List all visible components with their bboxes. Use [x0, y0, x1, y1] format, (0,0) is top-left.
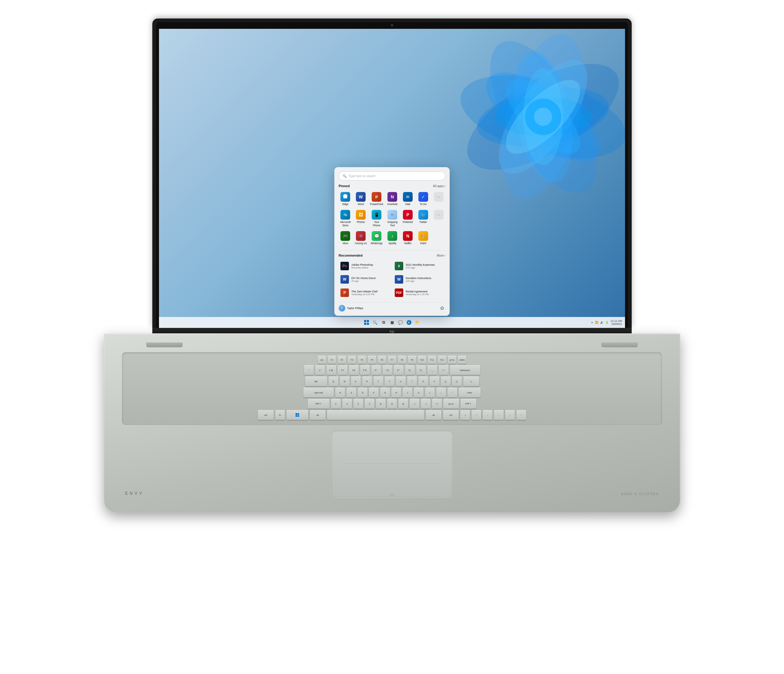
app-spotify[interactable]: ♪ Spotify: [386, 230, 399, 246]
key-1[interactable]: 1 !: [315, 365, 325, 375]
key-h[interactable]: H: [391, 388, 401, 398]
key-backslash[interactable]: \ |: [463, 376, 479, 386]
key-i[interactable]: I: [407, 376, 417, 386]
key-f3[interactable]: F3: [348, 356, 356, 364]
rec-adobe[interactable]: Ps Adobe Photoshop Recently added: [339, 260, 391, 272]
key-lctrl[interactable]: ctrl: [258, 410, 274, 420]
key-d[interactable]: D: [358, 388, 367, 398]
chevron-up-icon[interactable]: ∧: [591, 321, 593, 324]
key-6[interactable]: 6 ^: [371, 365, 381, 375]
datetime[interactable]: 11:11 AM 10/20/21: [610, 319, 622, 326]
app-onenote[interactable]: N OneNote: [386, 191, 399, 207]
windows-start-button[interactable]: [363, 319, 370, 326]
taskbar-search[interactable]: 🔍: [372, 319, 378, 326]
key-tab[interactable]: tab: [305, 376, 327, 386]
app-snipping[interactable]: ✂ Snipping Tool: [386, 209, 399, 228]
touchpad[interactable]: [331, 430, 453, 497]
key-backtick[interactable]: ` ~: [304, 365, 314, 375]
key-right[interactable]: →: [516, 410, 526, 420]
key-f9[interactable]: F9: [408, 356, 416, 364]
app-todo[interactable]: ✓ To Do: [416, 191, 430, 207]
key-9[interactable]: 9 (: [405, 365, 415, 375]
app-twitter[interactable]: 🐦 Twitter: [416, 209, 430, 228]
volume-icon[interactable]: 🔊: [600, 321, 604, 324]
key-home[interactable]: ⌂: [460, 410, 470, 420]
key-down[interactable]: ↓: [505, 410, 515, 420]
key-f[interactable]: F: [369, 388, 379, 398]
app-xbox[interactable]: 🎮 Xbox: [339, 230, 352, 246]
key-s[interactable]: S: [347, 388, 356, 398]
rec-rental[interactable]: PDF Rental Agreement Yesterday at 1:15 P…: [393, 287, 445, 298]
network-icon[interactable]: 📶: [595, 321, 598, 324]
key-up[interactable]: ↑: [471, 410, 481, 420]
app-more2[interactable]: ···: [432, 209, 445, 228]
key-lalt[interactable]: alt: [310, 410, 325, 420]
taskbar-edge[interactable]: e: [406, 319, 412, 326]
key-enter[interactable]: enter: [459, 388, 481, 398]
app-netflix[interactable]: N Netflix: [401, 230, 415, 246]
key-p[interactable]: P: [429, 376, 439, 386]
key-5[interactable]: 5 %: [360, 365, 370, 375]
key-q[interactable]: Q: [328, 376, 338, 386]
key-e[interactable]: E: [351, 376, 361, 386]
power-button[interactable]: ⏻: [439, 305, 445, 312]
key-n[interactable]: N: [387, 399, 397, 408]
app-word[interactable]: W Word: [354, 191, 368, 207]
app-among-us[interactable]: 👾 Among Us: [354, 230, 368, 246]
key-u[interactable]: U: [396, 376, 406, 386]
key-j[interactable]: J: [403, 388, 412, 398]
key-f8[interactable]: F8: [398, 356, 406, 364]
key-y[interactable]: Y: [385, 376, 394, 386]
key-k[interactable]: K: [414, 388, 423, 398]
taskbar-task-view[interactable]: ⧉: [380, 319, 387, 326]
key-rbracket[interactable]: ] }: [452, 376, 462, 386]
key-delete[interactable]: delete: [458, 356, 466, 364]
key-esc[interactable]: esc: [318, 356, 326, 364]
app-mail[interactable]: ✉ Mail: [401, 191, 415, 207]
key-4[interactable]: 4 $: [349, 365, 359, 375]
app-powerpoint[interactable]: P PowerPoint: [370, 191, 384, 207]
rec-diy[interactable]: W DIY for Home Decor 2h ago: [339, 273, 391, 285]
key-l[interactable]: L: [425, 388, 435, 398]
key-equals[interactable]: = +: [439, 365, 448, 375]
key-pgdn[interactable]: ↓: [483, 410, 492, 420]
key-w[interactable]: W: [340, 376, 350, 386]
key-left[interactable]: ←: [494, 410, 504, 420]
user-info[interactable]: T Taylor Philips: [339, 305, 363, 312]
key-v[interactable]: V: [365, 399, 374, 408]
app-whatsapp[interactable]: 💬 WhatsApp: [370, 230, 384, 246]
key-semicolon[interactable]: ; :: [436, 388, 446, 398]
taskbar-widgets[interactable]: ▦: [389, 319, 395, 326]
key-slash[interactable]: / ?: [432, 399, 442, 408]
key-b[interactable]: B: [376, 399, 386, 408]
key-g[interactable]: G: [380, 388, 390, 398]
key-f5[interactable]: F5: [368, 356, 376, 364]
key-o[interactable]: O: [418, 376, 428, 386]
key-prtsc2[interactable]: prt sc: [443, 399, 459, 408]
key-r[interactable]: R: [362, 376, 372, 386]
more-link[interactable]: More ›: [437, 254, 445, 257]
app-msstore[interactable]: 🛍 Microsoft Store: [339, 209, 352, 228]
key-period[interactable]: . >: [421, 399, 431, 408]
key-rctrl[interactable]: ctrl: [443, 410, 459, 420]
taskbar-chat[interactable]: 💬: [397, 319, 404, 326]
key-lbracket[interactable]: [ {: [441, 376, 451, 386]
key-minus[interactable]: - _: [428, 365, 437, 375]
key-lshift[interactable]: shift ⇧: [308, 399, 330, 408]
key-rshift[interactable]: shift ⇧: [460, 399, 476, 408]
rec-chef[interactable]: P The Zero-Waste Chef Yesterday at 4:24 …: [339, 287, 391, 298]
key-x[interactable]: X: [342, 399, 352, 408]
rec-expenses[interactable]: X 2021 Monthly Expenses 17m ago: [393, 260, 445, 272]
battery-icon[interactable]: 🔋: [605, 321, 609, 324]
rec-donation[interactable]: W Donation Instructions 12h ago: [393, 273, 445, 285]
taskbar-file-explorer[interactable]: 📁: [414, 319, 421, 326]
key-lwin[interactable]: [286, 410, 308, 420]
key-ralt[interactable]: alt: [426, 410, 442, 420]
app-pinterest[interactable]: P Pinterest: [401, 209, 415, 228]
key-f7[interactable]: F7: [388, 356, 396, 364]
key-capslock[interactable]: caps lock: [303, 388, 334, 398]
key-prtsc[interactable]: prt sc: [448, 356, 456, 364]
key-m[interactable]: M: [398, 399, 408, 408]
key-f4[interactable]: F4: [358, 356, 366, 364]
key-f12[interactable]: F12: [438, 356, 446, 364]
